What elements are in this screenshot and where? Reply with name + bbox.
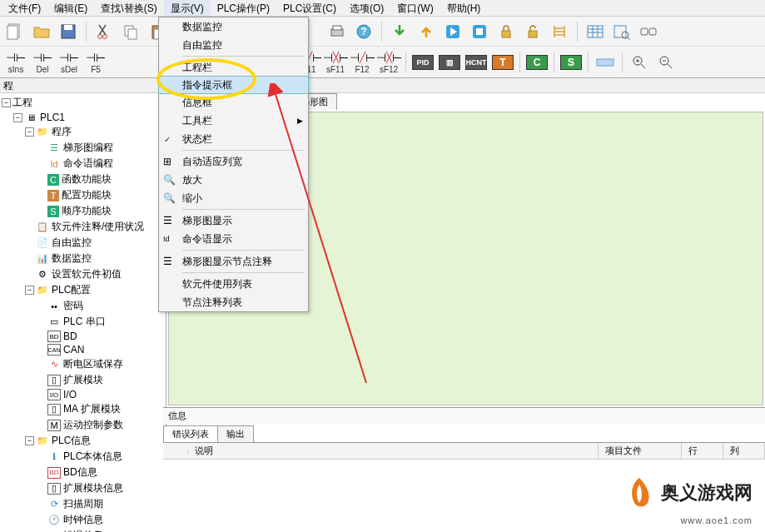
tree-ext-info[interactable]: ▯扩展模块信息: [2, 480, 164, 496]
tool-f12[interactable]: ⊣╱⊢F12: [350, 48, 375, 77]
menu-ladder-view[interactable]: ☰梯形图显示: [159, 211, 308, 230]
menu-zoom-out[interactable]: 🔍缩小: [159, 189, 308, 207]
tree-plc-serial[interactable]: ▭PLC 串口: [2, 314, 164, 330]
menu-cmd-view[interactable]: Id命令语显示: [159, 230, 308, 248]
col-project-file: 项目文件: [599, 443, 682, 459]
tool-zoom-out[interactable]: [653, 48, 678, 77]
menu-ladder-comment[interactable]: ☰梯形图显示节点注释: [159, 252, 308, 271]
menu-project-bar[interactable]: ✓工程栏: [159, 58, 308, 77]
menu-data-monitor[interactable]: 数据监控: [159, 17, 308, 36]
new-icon[interactable]: [3, 20, 27, 43]
tool-pid[interactable]: PID: [410, 48, 435, 77]
tool-select[interactable]: [593, 48, 618, 77]
tree-cmd-prog[interactable]: Id命令语编程: [2, 156, 164, 172]
tree-ladder-prog[interactable]: ☰梯形图编程: [2, 140, 164, 156]
copy-icon[interactable]: [119, 20, 142, 43]
tab-output[interactable]: 输出: [217, 425, 254, 442]
project-panel-label: 程: [0, 78, 765, 93]
lock-icon[interactable]: [494, 20, 518, 43]
download-icon[interactable]: [388, 20, 411, 43]
tree-io[interactable]: I/OI/O: [2, 388, 164, 401]
tool-sins[interactable]: ⊣⊢sIns: [3, 48, 28, 77]
tree-seq-block[interactable]: S顺序功能块: [2, 203, 164, 219]
connect-icon[interactable]: [637, 20, 660, 43]
tool-hcnt[interactable]: HCNT: [464, 48, 489, 77]
collapse-icon[interactable]: −: [25, 286, 34, 295]
serial-icon: ▭: [47, 316, 61, 328]
unlock-icon[interactable]: [521, 20, 544, 43]
menu-options[interactable]: 选项(O): [343, 0, 390, 16]
tree-power-save[interactable]: ∿断电区域保存: [2, 356, 164, 372]
tree-plc-config[interactable]: −📁PLC配置: [2, 282, 164, 298]
collapse-icon[interactable]: −: [25, 436, 34, 445]
help-icon[interactable]: ?: [352, 20, 375, 43]
tree-scan-cycle[interactable]: ⟳扫描周期: [2, 496, 164, 512]
collapse-icon[interactable]: −: [25, 127, 34, 137]
upload-icon[interactable]: [415, 20, 438, 43]
tree-config-block[interactable]: T配置功能块: [2, 187, 164, 203]
tool-c[interactable]: C: [524, 48, 549, 77]
tree-plc1[interactable]: −🖥PLC1: [2, 111, 164, 124]
gear-icon: ⚙: [36, 269, 49, 281]
menu-file[interactable]: 文件(F): [2, 0, 47, 16]
tree-root-project[interactable]: −工程: [2, 95, 164, 111]
menu-edit[interactable]: 编辑(E): [47, 0, 94, 16]
tree-error-info[interactable]: ✖错误信息: [2, 528, 164, 532]
tree-program[interactable]: −📁程序: [2, 124, 164, 140]
menu-toolbar[interactable]: 工具栏▶: [159, 112, 308, 130]
menu-auto-fit[interactable]: ⊞自动适应列宽: [159, 152, 308, 171]
tree-func-block[interactable]: C函数功能块: [2, 172, 164, 187]
menu-status-bar[interactable]: ✓状态栏: [159, 130, 308, 148]
tree-motion[interactable]: M运动控制参数: [2, 417, 164, 433]
ladder-icon[interactable]: [548, 20, 571, 43]
menu-free-monitor[interactable]: 自由监控: [159, 36, 308, 54]
tree-init-values[interactable]: ⚙设置软元件初值: [2, 266, 164, 282]
tree-password[interactable]: ••密码: [2, 298, 164, 314]
tool-pulse[interactable]: ▥: [437, 48, 462, 77]
run-icon[interactable]: [441, 20, 464, 43]
tree-plc-body-info[interactable]: ℹPLC本体信息: [2, 449, 164, 465]
print-icon[interactable]: [325, 20, 349, 43]
tree-bd-info[interactable]: BDBD信息: [2, 465, 164, 480]
open-icon[interactable]: [30, 20, 53, 43]
menu-plc-operate[interactable]: PLC操作(P): [211, 0, 276, 16]
tree-clock-info[interactable]: 🕐时钟信息: [2, 512, 164, 528]
tool-sf11[interactable]: ⊣╳⊢sF11: [323, 48, 348, 77]
tool-del[interactable]: ⊣⊢Del: [30, 48, 55, 77]
menu-info-box[interactable]: 信息框: [159, 93, 308, 112]
menu-zoom-in[interactable]: 🔍放大: [159, 171, 308, 189]
stop-icon[interactable]: [468, 20, 491, 43]
tree-comment[interactable]: 📋软元件注释/使用状况: [2, 219, 164, 235]
tool-t[interactable]: T: [490, 48, 515, 77]
chart-icon: 📊: [36, 253, 49, 265]
menu-help[interactable]: 帮助(H): [440, 0, 488, 16]
menu-view[interactable]: 显示(V): [164, 0, 211, 16]
save-icon[interactable]: [57, 20, 80, 43]
tree-can[interactable]: CANCAN: [2, 343, 164, 356]
tree-ma-ext[interactable]: ▯MA 扩展模块: [2, 401, 164, 417]
tree-bd[interactable]: BDBD: [2, 330, 164, 343]
tool-f5[interactable]: ⊣⊢F5: [83, 48, 108, 77]
menu-instruction-hint[interactable]: 指令提示框: [158, 76, 309, 94]
tree-ext-module[interactable]: ▯扩展模块: [2, 372, 164, 388]
menu-find-replace[interactable]: 查找\替换(S): [94, 0, 163, 16]
zoom-icon[interactable]: [610, 20, 633, 43]
menu-device-list[interactable]: 软元件使用列表: [159, 275, 308, 293]
grid-view-icon[interactable]: [584, 20, 607, 43]
tool-sdel[interactable]: ⊣⊢sDel: [57, 48, 82, 77]
tree-free-monitor[interactable]: 📄自由监控: [2, 235, 164, 251]
tree-data-monitor[interactable]: 📊数据监控: [2, 251, 164, 266]
tree-plc-info[interactable]: −📁PLC信息: [2, 433, 164, 449]
cut-icon[interactable]: [92, 20, 116, 43]
menu-plc-settings[interactable]: PLC设置(C): [276, 0, 343, 16]
tool-s[interactable]: S: [559, 48, 584, 77]
collapse-icon[interactable]: −: [13, 113, 22, 122]
menu-window[interactable]: 窗口(W): [390, 0, 440, 16]
tool-zoom-in[interactable]: [627, 48, 652, 77]
module-icon: ▯: [47, 375, 61, 386]
svg-rect-3: [64, 25, 72, 30]
menu-node-comment-list[interactable]: 节点注释列表: [159, 293, 308, 311]
tab-error-list[interactable]: 错误列表: [163, 425, 218, 442]
tool-sf12[interactable]: ⊣╳⊢sF12: [376, 48, 401, 77]
collapse-icon[interactable]: −: [2, 98, 11, 107]
